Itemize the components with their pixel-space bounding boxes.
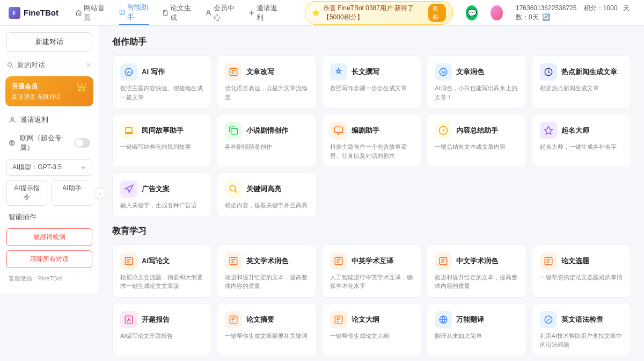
new-chat-button[interactable]: 新建对话 xyxy=(6,32,92,52)
sidebar-footer: 客服微信：FineTBot xyxy=(0,270,99,287)
card-icon-novel-plot xyxy=(225,122,242,139)
user-avatar[interactable] xyxy=(491,5,503,20)
card-icon-cn-en-translate xyxy=(330,252,347,270)
card-icon-thesis-outline xyxy=(330,311,347,328)
card-ai-write[interactable]: AI AI 写作 按照主题内容快速、便捷地生成一篇文章 xyxy=(112,55,211,109)
svg-marker-12 xyxy=(544,127,552,134)
card-desc-hotspot-news: 根据热点新闻生成文章 xyxy=(540,84,623,93)
card-ad-copy[interactable]: 广告文案 输入关键字，生成各种广告语 xyxy=(112,172,211,217)
card-desc-folk-story: 一键编写结构化的民间故事 xyxy=(120,142,203,151)
invite-icon xyxy=(248,9,254,17)
invite-label: 邀请返利 xyxy=(20,115,48,125)
nav-paper[interactable]: 论文生成 xyxy=(162,1,193,25)
assistant-icon xyxy=(119,9,125,16)
card-ai-thesis[interactable]: AI写论文 根据论文交流题、摘要和大纲要求一键生成论文文章版 xyxy=(112,244,211,298)
nav-assistant[interactable]: 智能助手 xyxy=(119,1,150,25)
nav-invite[interactable]: 邀请返利 xyxy=(248,1,279,25)
detect-button[interactable]: 敏感词检测 xyxy=(6,228,92,246)
card-folk-story[interactable]: 民间故事助手 一键编写结构化的民间故事 xyxy=(112,114,211,167)
ai-model-select[interactable]: AI模型：GPT-3.5 xyxy=(6,159,92,176)
delete-icon[interactable] xyxy=(85,61,92,69)
card-desc-novel-plot: 各种剧情随意创作 xyxy=(225,142,308,151)
toggle-knob xyxy=(76,139,83,147)
card-en-grammar[interactable]: 英文语法检查 利用AI技术帮助用户查找文章中的语法问题 xyxy=(532,303,631,356)
card-title-universal-translate: 万能翻译 xyxy=(456,315,484,324)
card-icon-en-academic xyxy=(225,252,242,270)
sidebar-chat-section[interactable]: 新的对话 xyxy=(0,58,99,72)
card-cn-en-translate[interactable]: 中英学术互译 人工智能进行中英学术互译，确保学术化水平 xyxy=(322,244,421,298)
card-header: 论文摘要 xyxy=(225,311,308,328)
ai-model-label: AI模型：GPT-3.5 xyxy=(12,163,62,172)
reward-banner: ⭐ 恭喜 FineTBot 0387用户 获得了【5000积分】 奖励 xyxy=(305,1,453,25)
card-cn-academic[interactable]: 中文学术润色 改进和提升给定的文本，提高整体内容的质量 xyxy=(427,244,526,298)
card-header: 万能翻译 xyxy=(435,311,518,328)
card-title-content-summary: 内容总结助手 xyxy=(456,126,498,135)
card-novel-plot[interactable]: 小说剧情创作 各种剧情随意创作 xyxy=(217,114,316,167)
svg-rect-11 xyxy=(334,127,342,133)
education-cards-grid: AI写论文 根据论文交流题、摘要和大纲要求一键生成论文文章版 英文学术润色 改进… xyxy=(112,244,631,362)
card-header: 英文语法检查 xyxy=(540,311,623,328)
card-desc-article-color: AI润色，小白也能写出高水上的文章！ xyxy=(435,84,518,102)
card-thesis-outline[interactable]: 论文大纲 一键帮你生成论文大纲 xyxy=(322,303,421,356)
card-header: AI AI 写作 xyxy=(120,63,203,81)
sidebar-network[interactable]: 联网（超会专属） xyxy=(0,129,99,157)
card-header: 广告文案 xyxy=(120,180,203,198)
card-content-summary[interactable]: 内容总结助手 一键总结长文本或文章内容 xyxy=(427,114,526,167)
paper-icon xyxy=(162,9,168,17)
invite-sidebar-icon xyxy=(9,116,16,124)
card-title-en-academic: 英文学术润色 xyxy=(246,256,288,266)
card-title-novel-plot: 小说剧情创作 xyxy=(246,126,288,135)
card-desc-thesis-outline: 一键帮你生成论文大纲 xyxy=(330,331,413,341)
ai-helper-button[interactable]: AI助手 xyxy=(52,180,92,206)
card-editor-helper[interactable]: 编剧助手 根据主题创作一个包含故事背景、任务以及对话的剧本 xyxy=(322,114,421,167)
member-icon xyxy=(206,9,211,17)
card-icon-article-color: AI xyxy=(435,63,452,81)
card-desc-ai-write: 按照主题内容快速、便捷地生成一篇文章 xyxy=(120,84,203,102)
card-thesis-abstract[interactable]: 论文摘要 一键帮你生成文章摘要和关键词 xyxy=(217,303,316,356)
card-desc-article-rewrite: 优化语言表达，以提升文章流畅度 xyxy=(225,84,308,102)
star-icon: ⭐ xyxy=(312,9,320,17)
clear-button[interactable]: 清除所有对话 xyxy=(6,250,92,268)
wechat-icon[interactable]: 💬 xyxy=(466,5,478,20)
nav-member[interactable]: 会员中心 xyxy=(206,1,236,25)
card-title-opening-report: 开题报告 xyxy=(142,315,170,324)
card-article-rewrite[interactable]: 文章改写 优化语言表达，以提升文章流畅度 xyxy=(217,55,316,109)
card-header: 关键词高亮 xyxy=(225,180,308,198)
card-icon-universal-translate xyxy=(435,311,452,328)
ai-prompt-button[interactable]: AI提示指令 xyxy=(6,180,47,206)
card-icon-keyword-highlight xyxy=(225,180,242,198)
sidebar-invite[interactable]: 邀请返利 xyxy=(0,111,99,129)
network-toggle[interactable] xyxy=(75,138,90,148)
card-hotspot-news[interactable]: 热点新闻生成文章 根据热点新闻生成文章 xyxy=(532,55,631,109)
card-icon-editor-helper xyxy=(330,122,347,139)
card-thesis-topic[interactable]: 论文选题 一键帮您搞定论文选题难的事情 xyxy=(532,244,631,298)
upgrade-card[interactable]: 开通会员 👑 高速通道 无限对话 xyxy=(5,76,93,106)
network-label: 联网（超会专属） xyxy=(20,133,70,153)
card-keyword-highlight[interactable]: 关键词高亮 根据内容，提取关键字并且高亮 xyxy=(217,172,316,217)
reward-button[interactable]: 奖励 xyxy=(428,4,446,22)
main-content: 创作助手 AI AI 写作 按照主题内容快速、便捷地生成一篇文章 文章改写 优化… xyxy=(99,26,644,361)
card-icon-ai-write: AI xyxy=(120,63,137,81)
card-icon-ad-copy xyxy=(120,180,137,198)
card-long-expand[interactable]: 长文撰写 按照写作步骤一步步生成文章 xyxy=(322,55,421,109)
collapse-sidebar-button[interactable]: ‹ xyxy=(94,187,106,199)
card-header: 开题报告 xyxy=(120,311,203,328)
card-desc-cn-academic: 改进和提升给定的文本，提高整体内容的质量 xyxy=(435,273,518,291)
card-title-keyword-highlight: 关键词高亮 xyxy=(246,184,281,194)
card-header: 中文学术润色 xyxy=(435,252,518,270)
card-desc-editor-helper: 根据主题创作一个包含故事背景、任务以及对话的剧本 xyxy=(330,142,413,160)
card-icon-name-master xyxy=(540,122,557,139)
card-article-color[interactable]: AI 文章润色 AI润色，小白也能写出高水上的文章！ xyxy=(427,55,526,109)
card-name-master[interactable]: 起名大师 起名大师，一键生成各种名字 xyxy=(532,114,631,167)
card-title-thesis-outline: 论文大纲 xyxy=(352,315,379,324)
nav-home[interactable]: 网站首页 xyxy=(76,1,106,25)
card-title-cn-en-translate: 中英学术互译 xyxy=(352,256,393,266)
plugin-section-label: 智能插件 xyxy=(0,208,99,226)
card-header: 小说剧情创作 xyxy=(225,122,308,139)
card-opening-report[interactable]: 开题报告 AI编写论文开题报告 xyxy=(112,303,211,356)
svg-point-2 xyxy=(8,63,12,67)
card-universal-translate[interactable]: 万能翻译 翻译从未如此简单 xyxy=(427,303,526,356)
card-en-academic[interactable]: 英文学术润色 改进和提升给定的文本，提高整体内容的质量 xyxy=(217,244,316,298)
upgrade-subtitle: 高速通道 无限对话 xyxy=(12,93,87,101)
card-icon-thesis-abstract xyxy=(225,311,242,328)
